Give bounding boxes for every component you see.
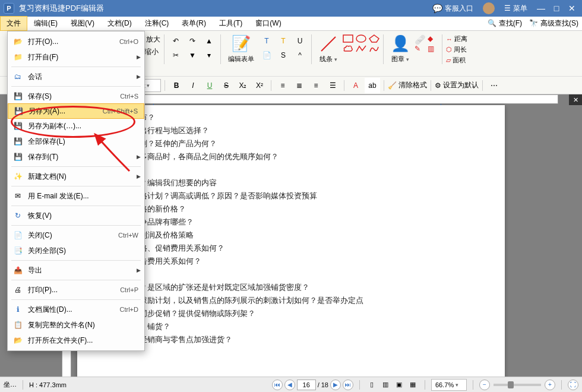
menu-open[interactable]: 📂打开(O)...Ctrl+O bbox=[8, 34, 144, 49]
text-line[interactable]: 否推出新包装规格的新价格？ bbox=[86, 203, 496, 216]
menu-edit[interactable]: 编辑(E) bbox=[27, 16, 64, 31]
first-page-button[interactable]: ⏮ bbox=[272, 380, 283, 390]
text-line[interactable]: 对零售店的进货鼓励计划，以及销售点的陈列展示的刺激计划如何？是否举办定点 bbox=[86, 294, 496, 307]
text-line[interactable]: 业推拉考虑与广告费用关系如何？ bbox=[86, 255, 496, 268]
page-down-button[interactable]: ▼ bbox=[185, 49, 200, 62]
main-menu-button[interactable]: ☰ 菜单 bbox=[504, 4, 527, 14]
page-up-button[interactable]: ▲ bbox=[201, 34, 217, 48]
menu-view[interactable]: 视图(V) bbox=[64, 16, 101, 31]
menu-save-copy[interactable]: 💾另存为副本(…)... bbox=[8, 118, 144, 134]
minimize-button[interactable]: — bbox=[534, 4, 548, 13]
text-line[interactable]: 否运用广告鼓励经销商与零售点加强进货？ bbox=[86, 333, 496, 346]
menu-send-email[interactable]: ✉用 E-mail 发送(E)... bbox=[8, 188, 144, 204]
menu-file[interactable]: 文件 bbox=[0, 16, 27, 31]
facing-continuous-view[interactable]: ▦ bbox=[407, 379, 419, 391]
pencil-shape-button[interactable] bbox=[369, 45, 379, 53]
text-line[interactable]: 无改良计划？推出行程与地区选择？ bbox=[86, 124, 496, 137]
bold-button[interactable]: B bbox=[169, 78, 184, 93]
text-line[interactable]: 略 bbox=[86, 268, 496, 281]
prev-page-button[interactable]: ◀ bbox=[284, 380, 295, 390]
align-justify-button[interactable]: ☰ bbox=[325, 78, 340, 93]
rotate-left-button[interactable]: ↶ bbox=[168, 34, 184, 48]
eraser-button[interactable]: 🩹 bbox=[415, 34, 425, 43]
menu-open-from[interactable]: 📁打开自(F)▶ bbox=[8, 49, 144, 65]
text-line[interactable]: 解各商品的经销利润及价格策略 bbox=[86, 229, 496, 242]
text-line[interactable]: 品牌旗下拥有众多商品时，各商品之间的优先顺序如何？ bbox=[86, 150, 496, 163]
panel-close-button[interactable]: ✕ bbox=[569, 94, 582, 105]
zoom-slider-thumb[interactable] bbox=[508, 381, 514, 388]
subscript-button[interactable]: X₂ bbox=[235, 78, 251, 93]
align-right-button[interactable]: ≡ bbox=[308, 78, 324, 93]
cloud-shape-button[interactable] bbox=[343, 45, 353, 53]
text-line[interactable]: 否计划新商品上市？ bbox=[86, 111, 496, 124]
more-rotate-button[interactable]: ▾ bbox=[201, 49, 217, 62]
find-button[interactable]: 🔍 查找(F) bbox=[484, 17, 526, 30]
strike2-button[interactable]: S bbox=[219, 78, 234, 93]
underline2-button[interactable]: U bbox=[202, 78, 217, 93]
text-box-button[interactable]: T bbox=[259, 34, 274, 48]
rect-shape-button[interactable] bbox=[343, 34, 353, 43]
menu-close[interactable]: 📄关闭(C)Ctrl+W bbox=[8, 227, 144, 243]
menu-save-as[interactable]: 💾另存为(A)...Ctrl+Shift+S bbox=[8, 103, 144, 119]
edit-form-button[interactable]: 📝 编辑表单 bbox=[224, 34, 258, 64]
zoom-slider[interactable] bbox=[494, 384, 541, 386]
user-avatar[interactable] bbox=[483, 2, 495, 14]
align-left-button[interactable]: ≡ bbox=[275, 78, 290, 93]
highlight-color-button[interactable]: ab bbox=[365, 78, 380, 93]
brush-button[interactable]: ✎ bbox=[415, 45, 425, 53]
menu-copy-filename[interactable]: 📋复制完整的文件名(N) bbox=[8, 317, 144, 333]
text-note-button[interactable]: 📄 bbox=[259, 49, 274, 62]
menu-new-doc[interactable]: ✨新建文档(N)▶ bbox=[8, 169, 144, 184]
menu-restore[interactable]: ↻恢复(V) bbox=[8, 208, 144, 223]
zoom-in-status[interactable]: + bbox=[545, 380, 555, 390]
crop-button[interactable]: ✂ bbox=[168, 49, 184, 62]
stamp-button[interactable]: 👤 图章 bbox=[387, 34, 413, 64]
font-color-button[interactable]: A bbox=[348, 78, 363, 93]
menu-save[interactable]: 💾保存(S)Ctrl+S bbox=[8, 88, 144, 104]
status-zoom-select[interactable]: 66.7% bbox=[431, 379, 467, 391]
close-button[interactable]: ✕ bbox=[565, 4, 578, 13]
strike-button[interactable]: S bbox=[276, 49, 291, 62]
caret-button[interactable]: ^ bbox=[292, 49, 308, 62]
superscript-button[interactable]: X² bbox=[252, 78, 267, 93]
single-page-view[interactable]: ▯ bbox=[366, 379, 378, 391]
measure-distance-button[interactable]: ↔距离 bbox=[446, 34, 467, 43]
blur-button[interactable]: ◆ bbox=[428, 34, 438, 43]
menu-print[interactable]: 🖨打印(P)...Ctrl+P bbox=[8, 282, 144, 298]
polygon-shape-button[interactable] bbox=[369, 34, 379, 43]
advanced-find-button[interactable]: 🔭 高级查找(S) bbox=[526, 17, 582, 30]
measure-area-button[interactable]: ▱面积 bbox=[446, 56, 467, 65]
menu-window[interactable]: 窗口(W) bbox=[249, 16, 287, 31]
continuous-view[interactable]: ▥ bbox=[379, 379, 391, 391]
clear-format-button[interactable]: 🧹清除格式 bbox=[388, 80, 427, 90]
menu-form[interactable]: 表单(R) bbox=[175, 16, 213, 31]
align-center-button[interactable]: ≣ bbox=[292, 78, 307, 93]
more-format-button[interactable]: ⋯ bbox=[486, 78, 502, 93]
polyline-shape-button[interactable] bbox=[356, 45, 366, 53]
page-input[interactable] bbox=[297, 380, 316, 390]
text-line[interactable]: 品是否有调整价格计划？调高或调低？原因？是否影响媒体投资预算 bbox=[86, 189, 496, 203]
menu-document[interactable]: 文档(D) bbox=[101, 16, 138, 31]
ellipse-shape-button[interactable] bbox=[356, 34, 366, 43]
text-line[interactable]: 销利润、零售价格、促销费用关系如何？ bbox=[86, 242, 496, 255]
menu-save-all[interactable]: 💾全部保存(L) bbox=[8, 134, 144, 149]
facing-view[interactable]: ▣ bbox=[393, 379, 405, 391]
italic-button[interactable]: I bbox=[185, 78, 201, 93]
fullscreen-button[interactable]: ⛶ bbox=[568, 380, 578, 390]
menu-export[interactable]: 📤导出▶ bbox=[8, 263, 144, 278]
set-default-button[interactable]: ⚙设置为默认 bbox=[435, 80, 479, 90]
line-tool-button[interactable]: 线条 bbox=[315, 34, 341, 64]
menu-comment[interactable]: 注释(C) bbox=[138, 16, 176, 31]
menu-open-folder[interactable]: 📂打开所在文件夹(F)... bbox=[8, 333, 144, 348]
text-line[interactable]: 相似价位上的竞争品牌有哪些？ bbox=[86, 216, 496, 229]
text-line[interactable]: 牌商品线延伸计划？延伸的产品为何？ bbox=[86, 137, 496, 150]
menu-doc-props[interactable]: ℹ文档属性(D)...Ctrl+D bbox=[8, 302, 144, 317]
rotate-right-button[interactable]: ↷ bbox=[185, 34, 200, 48]
next-page-button[interactable]: ▶ bbox=[330, 380, 341, 390]
text-line[interactable]: 略 bbox=[86, 163, 496, 176]
last-page-button[interactable]: ⏭ bbox=[343, 380, 353, 390]
menu-close-all[interactable]: 📑关闭全部(S) bbox=[8, 243, 144, 258]
highlight-button[interactable]: T bbox=[276, 34, 291, 48]
measure-perimeter-button[interactable]: ⬡周长 bbox=[446, 45, 467, 54]
text-line[interactable]: 销？是配合广告同步促销？提供促销物或陈列架？ bbox=[86, 307, 496, 320]
